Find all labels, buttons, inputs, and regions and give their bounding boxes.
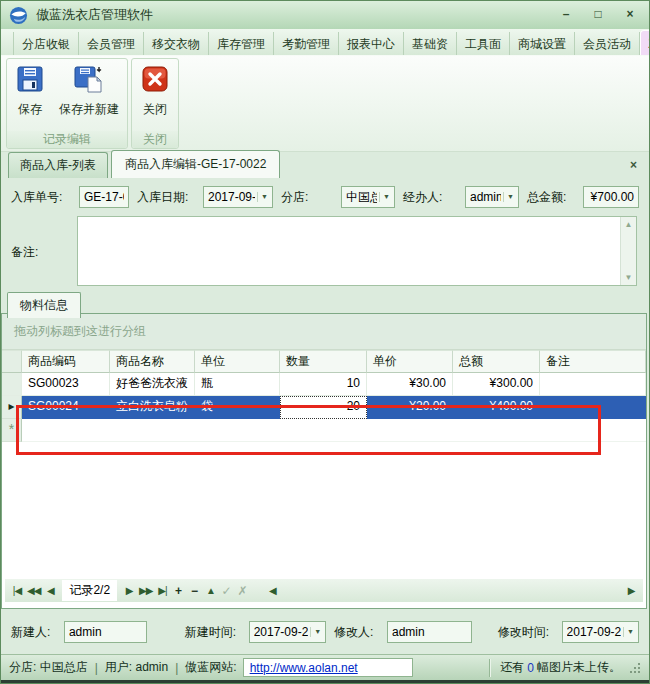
- nav-first-button[interactable]: |◀: [9, 585, 25, 596]
- nav-last-button[interactable]: ▶|: [154, 585, 170, 596]
- branch-dropdown[interactable]: 中国总 ▼: [341, 186, 395, 208]
- menu-tab-report-center[interactable]: 报表中心: [339, 32, 404, 55]
- row-indicator: [2, 373, 22, 396]
- col-header-remark[interactable]: 备注: [540, 350, 646, 373]
- aolan-website-link[interactable]: http://www.aolan.net: [250, 661, 358, 675]
- minimize-button[interactable]: –: [555, 7, 577, 23]
- menu-tab-tools[interactable]: 工具面: [457, 32, 510, 55]
- nav-delete-button[interactable]: −: [186, 584, 202, 598]
- scroll-down-icon[interactable]: ▼: [625, 273, 633, 282]
- col-header-name[interactable]: 商品名称: [110, 350, 195, 373]
- chevron-down-icon[interactable]: ▼: [503, 192, 514, 202]
- table-row[interactable]: SG00023 好爸爸洗衣液 瓶 10 ¥30.00 ¥300.00: [2, 373, 646, 396]
- menu-tab-basic-data[interactable]: 基础资: [404, 32, 457, 55]
- remarks-scrollbar[interactable]: ▲ ▼: [620, 217, 636, 285]
- nav-next-page-button[interactable]: ▶▶: [137, 585, 154, 596]
- menu-tab-object-mgmt[interactable]: 对象管理: [640, 30, 650, 55]
- total-amount-label: 总金额:: [527, 189, 583, 206]
- col-header-code[interactable]: 商品编码: [22, 350, 110, 373]
- creator-input[interactable]: admin: [64, 621, 147, 643]
- ribbon-group-close: 关闭 关闭: [131, 58, 179, 149]
- nav-add-button[interactable]: +: [170, 584, 186, 598]
- order-no-value: GE-17-00: [84, 190, 124, 204]
- audit-fields-row: 新建人: admin 新建时间: 2017-09-26 ▼ 修改人: admin…: [11, 621, 639, 643]
- title-bar: 傲蓝洗衣店管理软件 – □ ×: [1, 1, 649, 29]
- row-indicator-header: [2, 350, 22, 373]
- cell-remark[interactable]: [540, 396, 646, 419]
- cell-code[interactable]: SG00023: [22, 373, 110, 396]
- cell-name[interactable]: 立白洗衣皂粉: [110, 396, 195, 419]
- cell-price[interactable]: ¥30.00: [367, 373, 453, 396]
- modifier-input[interactable]: admin: [387, 621, 472, 643]
- maximize-button[interactable]: □: [587, 7, 609, 23]
- chevron-down-icon[interactable]: ▼: [623, 627, 634, 637]
- col-header-total[interactable]: 总额: [453, 350, 540, 373]
- nav-edit-button[interactable]: ▲: [202, 585, 218, 596]
- new-row-indicator: *: [2, 419, 22, 442]
- total-amount-input[interactable]: ¥700.00: [583, 186, 639, 208]
- total-amount-value: ¥700.00: [588, 190, 634, 204]
- menu-tab-inventory-mgmt[interactable]: 库存管理: [209, 32, 274, 55]
- inbound-date-dropdown[interactable]: 2017-09- ▼: [203, 186, 273, 208]
- nav-commit-button[interactable]: ✓: [218, 584, 234, 598]
- cell-code[interactable]: SG00024: [22, 396, 110, 419]
- nav-next-button[interactable]: ▶: [121, 585, 137, 596]
- menu-tab-member-activity[interactable]: 会员活动: [575, 32, 640, 55]
- remarks-textarea[interactable]: ▲ ▼: [77, 216, 637, 286]
- menu-tab-member-mgmt[interactable]: 会员管理: [79, 32, 144, 55]
- col-header-qty[interactable]: 数量: [280, 350, 367, 373]
- nav-prev-button[interactable]: ◀: [42, 585, 58, 596]
- col-header-unit[interactable]: 单位: [195, 350, 280, 373]
- menu-tab-branch-cashier[interactable]: 分店收银: [13, 32, 79, 55]
- chevron-down-icon[interactable]: ▼: [310, 627, 321, 637]
- order-no-label: 入库单号:: [11, 189, 79, 206]
- chevron-down-icon[interactable]: ▼: [379, 192, 390, 202]
- tab-goods-inbound-list[interactable]: 商品入库-列表: [8, 152, 108, 178]
- cell-price[interactable]: ¥20.00: [367, 396, 453, 419]
- menu-tab-transfer-clothes[interactable]: 移交衣物: [144, 32, 209, 55]
- document-tab-close-icon[interactable]: ×: [630, 158, 637, 172]
- new-row[interactable]: *: [2, 419, 646, 442]
- nav-cancel-button[interactable]: ✗: [234, 584, 250, 598]
- agent-dropdown[interactable]: admin ▼: [465, 186, 519, 208]
- hscroll-left-arrow[interactable]: ◀: [264, 585, 280, 596]
- record-count-label: 记录2/2: [62, 580, 117, 601]
- status-separator: |: [175, 661, 178, 675]
- scroll-up-icon[interactable]: ▲: [625, 220, 633, 229]
- status-right-panel: 还有 0 幅图片未上传。: [489, 655, 641, 680]
- create-time-dropdown[interactable]: 2017-09-26 ▼: [249, 621, 326, 643]
- order-no-input[interactable]: GE-17-00: [79, 186, 129, 208]
- save-button[interactable]: 保存: [15, 64, 45, 118]
- menu-tab-attendance-mgmt[interactable]: 考勤管理: [274, 32, 339, 55]
- resize-grip-icon[interactable]: [629, 662, 641, 674]
- cell-qty-editing[interactable]: 20: [280, 396, 367, 419]
- close-form-button[interactable]: 关闭: [140, 64, 170, 118]
- close-button[interactable]: ×: [619, 7, 641, 23]
- tab-material-info[interactable]: 物料信息: [7, 292, 81, 318]
- cell-remark[interactable]: [540, 373, 646, 396]
- hscroll-right-arrow[interactable]: ▶: [623, 585, 639, 596]
- cell-unit[interactable]: 袋: [195, 396, 280, 419]
- chevron-down-icon[interactable]: ▼: [257, 192, 268, 202]
- cell-name[interactable]: 好爸爸洗衣液: [110, 373, 195, 396]
- menu-tab-mall-settings[interactable]: 商城设置: [510, 32, 575, 55]
- save-and-new-button[interactable]: 保存并新建: [59, 64, 119, 118]
- cell-total[interactable]: ¥300.00: [453, 373, 540, 396]
- col-header-price[interactable]: 单价: [367, 350, 453, 373]
- menu-tab-strip: 分店收银 会员管理 移交衣物 库存管理 考勤管理 报表中心 基础资 工具面 商城…: [1, 29, 649, 56]
- modify-time-dropdown[interactable]: 2017-09-26 ▼: [562, 621, 639, 643]
- nav-prev-page-button[interactable]: ◀◀: [25, 585, 42, 596]
- ribbon-group-record-edit: 保存 保存并新建 记录编辑: [6, 58, 128, 149]
- close-form-label: 关闭: [143, 101, 167, 118]
- cell-unit[interactable]: 瓶: [195, 373, 280, 396]
- cell-qty[interactable]: 10: [280, 373, 367, 396]
- cell-total[interactable]: ¥400.00: [453, 396, 540, 419]
- app-window: 傲蓝洗衣店管理软件 – □ × 分店收银 会员管理 移交衣物 库存管理 考勤管理…: [0, 0, 650, 684]
- new-row-empty-cells[interactable]: [22, 419, 646, 442]
- create-time-label: 新建时间:: [185, 624, 249, 641]
- current-row-arrow: ▸: [2, 396, 22, 419]
- table-row-selected[interactable]: ▸ SG00024 立白洗衣皂粉 袋 20 ¥20.00 ¥400.00: [2, 396, 646, 419]
- tab-goods-inbound-edit[interactable]: 商品入库编辑-GE-17-0022: [111, 150, 280, 178]
- material-grid-panel: 拖动列标题到这进行分组 商品编码 商品名称 单位 数量 单价 总额 备注 SG0…: [1, 313, 647, 609]
- ribbon: 保存 保存并新建 记录编辑: [1, 56, 649, 152]
